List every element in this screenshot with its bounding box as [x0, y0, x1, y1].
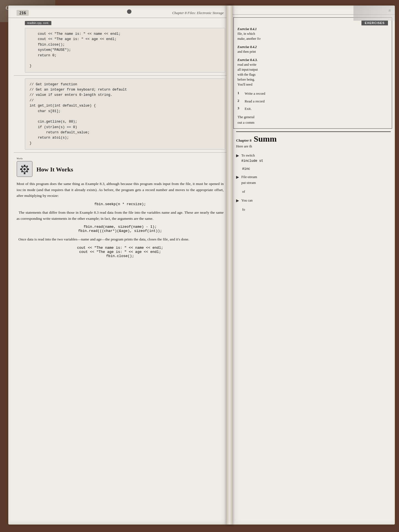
- how-it-works-title: How It Works: [36, 166, 73, 173]
- hiw-para-2: The statements that differ from those in…: [17, 210, 224, 221]
- bullet-code-cont: #inc: [242, 167, 391, 171]
- bullet-cont-of: of: [242, 189, 391, 194]
- svg-rect-4: [24, 173, 25, 174]
- summary-intro: Here are th: [236, 144, 391, 149]
- numbered-list: 1 Write a record 2 Read a record 3 Exit.: [237, 91, 388, 112]
- how-it-works-section: Works: [8, 155, 232, 264]
- bullet-arrow-2: ▶: [236, 175, 239, 186]
- hiw-para-3: Once data is read into the two variables…: [17, 236, 224, 242]
- svg-rect-6: [27, 168, 29, 170]
- item-2-number: 2: [237, 99, 242, 104]
- bullet-content-3: You can: [241, 198, 253, 203]
- chapter-label: Chapter 8: [236, 138, 252, 143]
- numbered-item-2: 2 Read a record: [237, 99, 388, 104]
- book-spread: OF MAGIC 216 Chapter 8 Files: Electronic…: [0, 0, 399, 532]
- hiw-code-1: fbin.seekp(n * recsize);: [17, 202, 224, 206]
- book-spine: [226, 6, 232, 525]
- section-divider-2: [14, 152, 226, 153]
- right-corner-decoration: [353, 6, 395, 21]
- item-1-text: Write a record: [245, 91, 265, 96]
- hiw-code-2: fbin.read(name, sizeof(name) - 1); fbin.…: [17, 225, 224, 233]
- gear-icon: [17, 161, 33, 177]
- bullet-text-2: File-streamput stream: [241, 175, 257, 184]
- code-block-bottom: // Get integer function // Get an intege…: [25, 78, 225, 150]
- summary-header: Chapter 8 Summ: [236, 131, 391, 144]
- exercise-841-label: Exercise 8.4.1: [237, 27, 388, 31]
- exercises-banner-area: EXERCISES: [237, 20, 388, 25]
- general-text: The generalout a comm: [237, 114, 388, 126]
- svg-rect-3: [24, 165, 25, 166]
- right-page: R EXERCISES Exercise 8.4.1 file, in whic…: [232, 6, 395, 525]
- bullet-content-2: File-streamput stream: [241, 174, 257, 186]
- exercises-banner: EXERCISES: [361, 20, 388, 25]
- file-label: readbin.cpp, cont.: [25, 21, 51, 25]
- chapter-title: Chapter 8 Files: Electronic Storage: [172, 11, 224, 15]
- bullet-text-1: To switch: [241, 153, 255, 157]
- svg-rect-5: [20, 168, 22, 170]
- works-icon-container: Works: [17, 161, 33, 178]
- svg-point-2: [23, 168, 26, 170]
- item-2-text: Read a record: [245, 99, 265, 104]
- code-bottom-content: // Get integer function // Get an intege…: [30, 82, 220, 146]
- page-header: 216 Chapter 8 Files: Electronic Storage: [8, 6, 232, 18]
- exercises-box: EXERCISES Exercise 8.4.1 file, in whichm…: [233, 17, 392, 129]
- summary-section: Chapter 8 Summ Here are th ▶ To switch #…: [232, 131, 395, 212]
- header-bullet: [127, 9, 131, 14]
- bullet-you-can: ▶ You can: [236, 198, 391, 203]
- bullet-file-stream: ▶ File-streamput stream: [236, 174, 391, 186]
- works-label: Works: [17, 157, 23, 160]
- exercise-841-text: file, in whichmake, another Re: [237, 31, 388, 41]
- hiw-code-3: cout << "The name is: " << name << endl;…: [17, 246, 224, 258]
- exercise-8-4-2: Exercise 8.4.2 and then print: [237, 45, 388, 54]
- item-3-number: 3: [237, 106, 242, 112]
- exercise-843-text: read and writeall input/outputwith the f…: [237, 62, 388, 87]
- exercise-843-label: Exercise 8.4.3.: [237, 58, 388, 62]
- bullet-code-1: #include st: [241, 159, 263, 163]
- bullet-cont-fo: fo: [242, 207, 391, 212]
- bullet-arrow-3: ▶: [236, 198, 239, 203]
- bullet-to-switch: ▶ To switch #include st: [236, 153, 391, 164]
- code-block-top: cout << "The name is: " << name << endl;…: [25, 28, 225, 73]
- section-divider: [14, 75, 226, 76]
- bullet-arrow-1: ▶: [236, 153, 239, 164]
- exercise-8-4-3: Exercise 8.4.3. read and writeall input/…: [237, 58, 388, 87]
- item-3-text: Exit.: [245, 106, 252, 112]
- item-1-number: 1: [237, 91, 242, 96]
- bullet-fo-text: fo: [242, 208, 245, 211]
- bullet-of-text: of: [242, 190, 245, 194]
- numbered-item-3: 3 Exit.: [237, 106, 388, 112]
- page-number-area: 216: [17, 10, 29, 15]
- summary-title: Summ: [254, 134, 277, 144]
- exercise-842-text: and then print: [237, 49, 388, 54]
- exercise-842-label: Exercise 8.4.2: [237, 45, 388, 49]
- code-top-content: cout << "The name is: " << name << endl;…: [30, 31, 220, 69]
- r-label: Re: [257, 37, 261, 41]
- exercise-8-4-1: Exercise 8.4.1 file, in whichmake, anoth…: [237, 27, 388, 41]
- bullet-text-3: You can: [241, 198, 253, 202]
- numbered-item-1: 1 Write a record: [237, 91, 388, 96]
- how-it-works-header: Works: [17, 161, 224, 178]
- left-page: 216 Chapter 8 Files: Electronic Storage …: [8, 6, 232, 525]
- bullet-code-cont-text: #inc: [242, 167, 391, 171]
- hiw-para-1: Most of this program does the same thing…: [17, 181, 224, 199]
- bullet-content-1: To switch #include st: [241, 153, 263, 164]
- page-number: 216: [17, 10, 29, 16]
